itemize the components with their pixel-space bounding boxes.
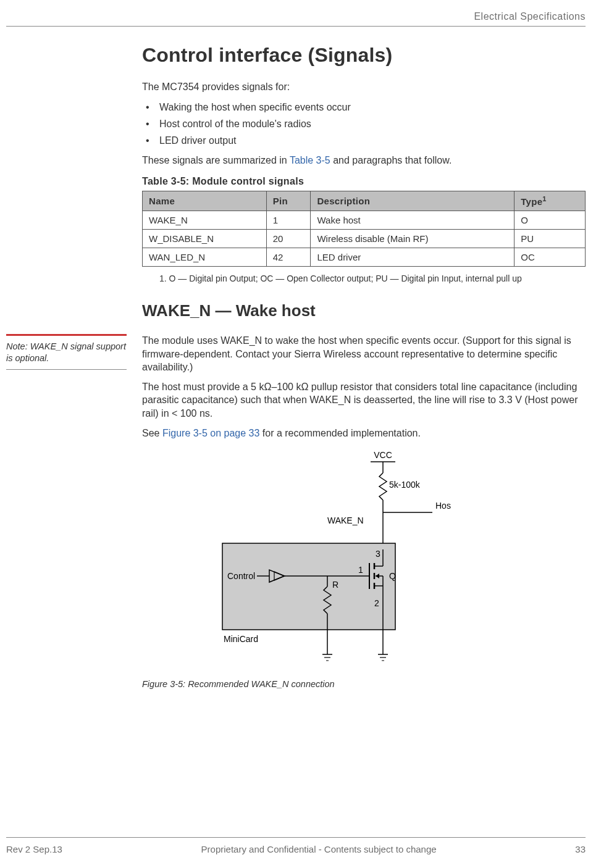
bullet-item: Waking the host when specific events occ… — [142, 100, 586, 114]
td-name: WAN_LED_N — [143, 248, 267, 266]
page-footer: Rev 2 Sep.13 Proprietary and Confidentia… — [6, 837, 586, 854]
td-type: PU — [514, 229, 586, 248]
label-host: Host — [435, 501, 451, 511]
footer-revision: Rev 2 Sep.13 — [6, 844, 62, 854]
td-type: OC — [514, 248, 586, 266]
footer-rule — [6, 837, 586, 838]
label-r: R — [332, 580, 338, 590]
label-vcc: VCC — [374, 451, 392, 460]
bullet-item: LED driver output — [142, 133, 586, 148]
table-footnote: 1. O — Digital pin Output; OC — Open Col… — [159, 273, 586, 284]
wake-paragraph-2: The host must provide a 5 kΩ–100 kΩ pull… — [142, 380, 586, 420]
label-q: Q — [389, 571, 396, 581]
figure-cross-ref-link[interactable]: Figure 3-5 on page 33 — [162, 428, 259, 438]
td-desc: Wireless disable (Main RF) — [311, 229, 514, 248]
side-note-text: Note: WAKE_N signal support is optional. — [6, 341, 126, 363]
footer-confidential: Proprietary and Confidential - Contents … — [201, 844, 437, 854]
table-row: WAN_LED_N 42 LED driver OC — [143, 248, 586, 266]
th-name: Name — [143, 191, 267, 211]
th-pin: Pin — [266, 191, 311, 211]
label-pullup-resistor: 5k-100k — [389, 480, 421, 490]
header-section-label: Electrical Specifications — [6, 11, 586, 22]
side-note-bottom-rule — [6, 369, 127, 370]
bullet-item: Host control of the module's radios — [142, 117, 586, 131]
td-type: O — [514, 211, 586, 229]
label-pin2: 2 — [374, 598, 379, 608]
td-name: WAKE_N — [143, 211, 267, 229]
feature-bullets: Waking the host when specific events occ… — [142, 100, 586, 148]
label-pin3: 3 — [376, 549, 380, 559]
th-type: Type1 — [514, 191, 586, 211]
td-pin: 42 — [266, 248, 311, 266]
footer-page-number: 33 — [575, 844, 586, 854]
td-desc: LED driver — [311, 248, 514, 266]
table-row: W_DISABLE_N 20 Wireless disable (Main RF… — [143, 229, 586, 248]
wake-paragraph-1: The module uses WAKE_N to wake the host … — [142, 334, 586, 374]
section-title: Control interface (Signals) — [142, 44, 586, 67]
th-description: Description — [311, 191, 514, 211]
summary-post: and paragraphs that follow. — [330, 155, 452, 165]
table-caption: Table 3-5: Module control signals — [142, 176, 586, 187]
module-control-signals-table: Name Pin Description Type1 WAKE_N 1 Wake… — [142, 191, 586, 267]
header-rule — [6, 26, 586, 27]
figure-caption: Figure 3-5: Recommended WAKE_N connectio… — [142, 679, 451, 689]
summary-pre: These signals are summarized in — [142, 155, 290, 165]
label-pin1: 1 — [358, 565, 363, 575]
td-pin: 1 — [266, 211, 311, 229]
label-control: Control — [227, 571, 255, 581]
intro-paragraph: The MC7354 provides signals for: — [142, 80, 586, 94]
wake-paragraph-3: See Figure 3-5 on page 33 for a recommen… — [142, 427, 586, 440]
side-note-top-rule — [6, 334, 127, 336]
table-row: WAKE_N 1 Wake host O — [143, 211, 586, 229]
subsection-title: WAKE_N — Wake host — [142, 301, 586, 320]
side-note: Note: WAKE_N signal support is optional. — [6, 334, 127, 370]
table-cross-ref-link[interactable]: Table 3-5 — [290, 155, 330, 165]
figure-wake-n-connection: VCC 5k-100k Host WAKE_N MiniCard Contr — [142, 451, 451, 689]
td-pin: 20 — [266, 229, 311, 248]
td-name: W_DISABLE_N — [143, 229, 267, 248]
label-minicard: MiniCard — [224, 634, 258, 644]
td-desc: Wake host — [311, 211, 514, 229]
label-wake-n: WAKE_N — [327, 515, 364, 525]
summary-paragraph: These signals are summarized in Table 3-… — [142, 154, 586, 167]
